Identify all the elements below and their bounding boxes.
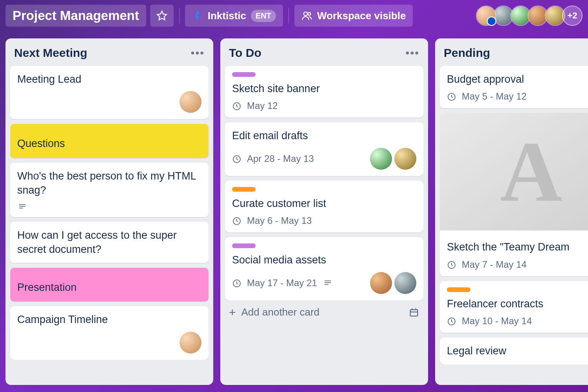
separator-card[interactable]: Questions xyxy=(10,124,209,158)
card[interactable]: Edit email draftsApr 28 - May 13 xyxy=(225,122,423,176)
list: PendingBudget approvalMay 5 - May 12ASke… xyxy=(435,38,588,385)
card-meta-row: Apr 28 - May 13 xyxy=(232,148,416,170)
card-title: Sketch site banner xyxy=(232,82,416,96)
list: Next Meeting•••Meeting LeadQuestionsWho'… xyxy=(5,38,213,385)
card-title: Presentation xyxy=(17,280,201,294)
star-icon xyxy=(156,10,167,21)
star-button[interactable] xyxy=(150,5,174,27)
avatar-more[interactable]: +2 xyxy=(562,5,583,26)
card-meta: May 10 - May 14 xyxy=(447,316,532,327)
add-card-label: Add another card xyxy=(241,306,319,318)
card-title: Legal review xyxy=(447,344,588,358)
org-name: Inktistic xyxy=(208,10,246,22)
visibility-label: Workspace visible xyxy=(317,10,406,22)
card-cover: A xyxy=(440,113,588,230)
card-date: May 12 xyxy=(247,100,278,111)
clock-icon xyxy=(447,260,456,269)
separator-card[interactable]: Presentation xyxy=(10,268,209,301)
card-meta: Apr 28 - May 13 xyxy=(232,153,314,164)
card-title: Edit email drafts xyxy=(232,129,416,143)
card-date: May 5 - May 12 xyxy=(462,91,526,102)
people-icon xyxy=(301,10,312,21)
card-members xyxy=(180,332,201,354)
template-icon[interactable] xyxy=(408,307,419,318)
card-label xyxy=(232,72,256,77)
card-meta-row: May 6 - May 13 xyxy=(232,215,416,226)
board-members: +2 xyxy=(476,5,583,26)
card-label xyxy=(447,287,470,292)
org-badge: ENT xyxy=(251,10,276,22)
card-title: Sketch the "Teamy Dream xyxy=(447,240,588,254)
card[interactable]: Meeting Lead xyxy=(10,66,209,119)
card-title: Questions xyxy=(17,136,201,151)
svg-marker-0 xyxy=(157,11,166,20)
clock-icon xyxy=(447,316,456,326)
list-title[interactable]: To Do xyxy=(229,46,261,60)
avatar[interactable] xyxy=(394,148,416,170)
card-meta: May 17 - May 21 xyxy=(232,278,333,289)
card-label xyxy=(232,243,256,248)
card[interactable]: Who's the best person to fix my HTML sna… xyxy=(10,163,209,217)
plus-icon: + xyxy=(229,306,236,319)
card-meta-row: May 10 - May 14 xyxy=(447,316,588,327)
avatar[interactable] xyxy=(180,91,201,113)
add-card-button[interactable]: +Add another card xyxy=(225,300,423,321)
card-title: Who's the best person to fix my HTML sna… xyxy=(17,169,201,198)
clock-icon xyxy=(232,278,241,288)
clock-icon xyxy=(232,101,241,111)
card[interactable]: Budget approvalMay 5 - May 12 xyxy=(440,66,588,108)
description-icon xyxy=(17,202,27,211)
board-title-button[interactable]: Project Management xyxy=(5,5,146,27)
list: To Do•••Sketch site bannerMay 12Edit ema… xyxy=(220,38,428,385)
svg-point-1 xyxy=(304,12,307,16)
card[interactable]: Campaign Timeline xyxy=(10,306,209,359)
card-date: May 6 - May 13 xyxy=(247,215,312,226)
avatar[interactable] xyxy=(476,5,496,26)
avatar[interactable] xyxy=(370,272,392,294)
card-members xyxy=(370,272,416,294)
card-title: Budget approval xyxy=(447,72,588,86)
card-meta: May 12 xyxy=(232,100,278,111)
avatar[interactable] xyxy=(370,148,392,170)
list-menu-button[interactable]: ••• xyxy=(191,47,205,59)
visibility-button[interactable]: Workspace visible xyxy=(294,5,413,27)
card[interactable]: ASketch the "Teamy DreamMay 7 - May 14 xyxy=(440,113,588,276)
list-title[interactable]: Pending xyxy=(444,46,490,60)
org-button[interactable]: Inktistic ENT xyxy=(185,5,283,27)
divider xyxy=(289,8,289,24)
list-header: Next Meeting••• xyxy=(10,44,209,66)
card-date: May 7 - May 14 xyxy=(462,259,526,270)
list-header: To Do••• xyxy=(225,44,423,66)
card[interactable]: Curate customer listMay 6 - May 13 xyxy=(225,181,423,232)
avatar[interactable] xyxy=(394,272,416,294)
card-members xyxy=(180,91,201,113)
board-title: Project Management xyxy=(13,8,139,23)
card-date: Apr 28 - May 13 xyxy=(247,153,314,164)
board-header: Project Management Inktistic ENT Workspa… xyxy=(0,0,588,31)
list-title[interactable]: Next Meeting xyxy=(14,46,87,60)
card-meta-row xyxy=(17,332,201,354)
card-meta-row xyxy=(17,202,201,211)
list-header: Pending xyxy=(440,44,588,66)
card-list: Meeting LeadQuestionsWho's the best pers… xyxy=(10,66,209,360)
card-title: Curate customer list xyxy=(232,196,416,211)
card[interactable]: Sketch site bannerMay 12 xyxy=(225,66,423,118)
card-list: Budget approvalMay 5 - May 12ASketch the… xyxy=(440,66,588,365)
clock-icon xyxy=(447,92,456,101)
divider xyxy=(179,8,180,24)
card[interactable]: Social media assetsMay 17 - May 21 xyxy=(225,237,423,300)
description-icon xyxy=(323,279,333,287)
card-meta-row: May 5 - May 12 xyxy=(447,91,588,102)
card-meta-row: May 17 - May 21 xyxy=(232,272,416,294)
card-date: May 17 - May 21 xyxy=(247,278,317,289)
list-menu-button[interactable]: ••• xyxy=(406,47,419,59)
avatar[interactable] xyxy=(180,332,201,354)
card-meta: May 6 - May 13 xyxy=(232,215,312,226)
card-title: Campaign Timeline xyxy=(17,312,201,327)
card-title: How can I get access to the super secret… xyxy=(17,228,201,257)
card[interactable]: Freelancer contractsMay 10 - May 14 xyxy=(440,281,588,333)
card[interactable]: Legal review xyxy=(440,338,588,364)
card[interactable]: How can I get access to the super secret… xyxy=(10,222,209,263)
card-members xyxy=(370,148,416,170)
atlassian-icon xyxy=(192,10,203,21)
